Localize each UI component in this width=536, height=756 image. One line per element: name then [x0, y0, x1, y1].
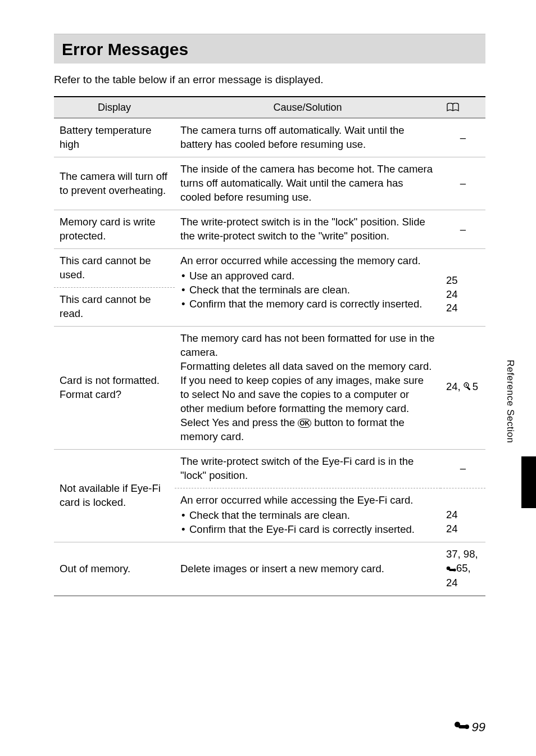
- cell-display: Memory card is write protected.: [54, 210, 175, 249]
- svg-point-6: [453, 568, 456, 571]
- svg-rect-3: [466, 386, 471, 391]
- cause-lead: An error occurred while accessing the me…: [180, 255, 421, 266]
- bold-yes: Yes: [212, 417, 229, 428]
- text-span: and press the: [229, 417, 298, 428]
- reference-section-icon: [454, 720, 470, 735]
- cell-cause: Delete images or insert a new memory car…: [175, 542, 440, 596]
- ref-line: 24: [446, 576, 480, 590]
- table-row: The camera will turn off to prevent over…: [54, 157, 485, 210]
- list-item: Confirm that the Eye-Fi card is correctl…: [180, 523, 435, 537]
- bold-no: No: [222, 388, 235, 400]
- cell-ref: 24 24: [440, 488, 485, 542]
- intro-text: Refer to the table below if an error mes…: [54, 74, 485, 86]
- table-row: Not available if Eye-Fi card is locked. …: [54, 449, 485, 488]
- book-icon: [446, 103, 480, 112]
- error-messages-table: Display Cause/Solution Battery temperatu…: [54, 96, 485, 596]
- page-title: Error Messages: [62, 40, 478, 59]
- ref-line: 24: [446, 522, 480, 536]
- list-item: Check that the terminals are clean.: [180, 509, 435, 523]
- svg-point-2: [466, 384, 467, 386]
- cell-cause: An error occurred while accessing the me…: [175, 249, 440, 327]
- ref-text: 5: [473, 381, 478, 392]
- cell-display: Out of memory.: [54, 542, 175, 596]
- page-number: 99: [454, 720, 485, 735]
- cause-bullets: Use an approved card. Check that the ter…: [180, 269, 435, 311]
- list-item: Confirm that the memory card is correctl…: [180, 297, 435, 311]
- reference-section-icon: [446, 563, 456, 577]
- page-number-text: 99: [472, 720, 485, 735]
- cell-ref: –: [440, 118, 485, 157]
- svg-point-9: [465, 725, 469, 729]
- col-ref-header: [440, 97, 485, 118]
- ref-text: 65,: [456, 562, 471, 574]
- cell-cause: The memory card has not been formatted f…: [175, 326, 440, 449]
- cell-display: Not available if Eye-Fi card is locked.: [54, 449, 175, 542]
- ref-line: 24: [446, 508, 480, 522]
- col-display-header: Display: [54, 97, 175, 118]
- ref-line: 37, 98,: [446, 547, 480, 562]
- cell-cause: The camera turns off automatically. Wait…: [175, 118, 440, 157]
- cause-paragraph: The memory card has not been formatted f…: [180, 332, 435, 360]
- cell-display: Battery temperature high: [54, 118, 175, 157]
- table-row: Memory card is write protected. The writ…: [54, 210, 485, 249]
- ref-line: 24: [446, 301, 480, 315]
- ref-line: 24: [446, 288, 480, 302]
- cause-paragraph: Formatting deletes all data saved on the…: [180, 360, 435, 444]
- cell-ref: –: [440, 449, 485, 488]
- cell-cause: The write-protect switch is in the "lock…: [175, 210, 440, 249]
- cause-lead: An error occurred while accessing the Ey…: [180, 494, 413, 506]
- cell-ref: –: [440, 157, 485, 210]
- wrench-bolt-icon: [464, 381, 473, 395]
- ref-line: 25: [446, 274, 480, 288]
- cell-ref: 25 24 24: [440, 249, 485, 327]
- side-thumb-tab: [521, 456, 536, 508]
- cell-cause: The inside of the camera has become hot.…: [175, 157, 440, 210]
- ref-text: 24,: [446, 381, 464, 392]
- table-row: Card is not formatted. Format card? The …: [54, 326, 485, 449]
- list-item: Check that the terminals are clean.: [180, 283, 435, 297]
- list-item: Use an approved card.: [180, 269, 435, 283]
- ref-line: 65,: [446, 562, 480, 577]
- table-row: Battery temperature high The camera turn…: [54, 118, 485, 157]
- side-section-label: Reference Section: [505, 360, 516, 443]
- title-bar: Error Messages: [54, 34, 485, 64]
- ok-button-icon: OK: [298, 419, 311, 428]
- table-row: Out of memory. Delete images or insert a…: [54, 542, 485, 596]
- col-cause-header: Cause/Solution: [175, 97, 440, 118]
- cell-ref: 37, 98, 65, 24: [440, 542, 485, 596]
- table-row: This card cannot be used. An error occur…: [54, 249, 485, 288]
- cell-display: The camera will turn off to prevent over…: [54, 157, 175, 210]
- table-header-row: Display Cause/Solution: [54, 97, 485, 118]
- cell-ref: 24, 5: [440, 326, 485, 449]
- cell-display: This card cannot be read.: [54, 288, 175, 327]
- cause-bullets: Check that the terminals are clean. Conf…: [180, 509, 435, 537]
- cell-display: This card cannot be used.: [54, 249, 175, 288]
- cell-display: Card is not formatted. Format card?: [54, 326, 175, 449]
- cell-cause: The write-protect switch of the Eye-Fi c…: [175, 449, 440, 488]
- cell-cause: An error occurred while accessing the Ey…: [175, 488, 440, 542]
- cell-ref: –: [440, 210, 485, 249]
